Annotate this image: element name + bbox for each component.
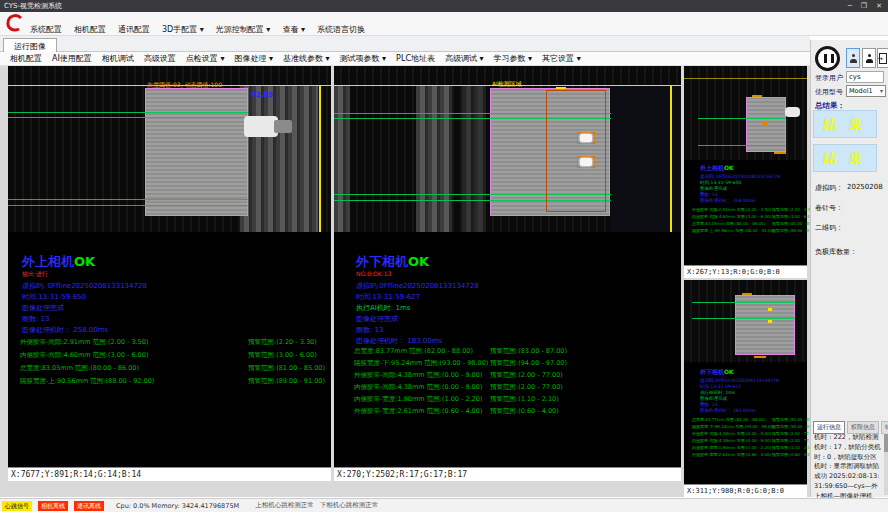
measurement-warn: 预警范围:(89.00 - 91.00) — [248, 377, 325, 386]
toolbar-camera-config[interactable]: 相机配置 — [10, 53, 42, 64]
menu-item-3d-config[interactable]: 3D手配置 ▾ — [162, 24, 204, 35]
left-camera-panel: 灰度阈值:93, 动态阈值:100 F2.88 外上相机OK 输出:进行 虚拟码… — [8, 66, 331, 481]
edge-marker-line — [319, 85, 321, 232]
toolbar-test-params[interactable]: 测试项参数 ▾ — [340, 53, 387, 64]
small-top-pixel-readout: X:267;Y:13;R:0;G:0;B:0 — [684, 265, 807, 278]
defect-highlight — [768, 320, 772, 323]
result-badge-top: 结 果 — [813, 110, 877, 138]
user-manage-button[interactable] — [862, 48, 876, 68]
pause-icon — [831, 54, 834, 63]
measurement-row: 隔膜宽度-上:90.56mm 范围:(88.00 - 92.00) — [20, 377, 154, 386]
toolbar-other-settings[interactable]: 其它设置 ▾ — [542, 53, 581, 64]
process-time-line: 图像处理机时： 183.00ms — [700, 408, 755, 413]
measurement-warn: 预警范围:(2.20 - 3.30) — [248, 338, 317, 347]
exit-button[interactable]: → — [877, 48, 888, 68]
measurement-row: 内侧胶带-宽度:1.90mm 范围:(1.00 - 2.20) — [692, 445, 771, 450]
menu-item-system-config[interactable]: 系统配置 — [30, 24, 62, 35]
toolbar-advanced-debug[interactable]: 高级调试 ▾ — [445, 53, 484, 64]
tab-connector-blob — [244, 116, 278, 137]
measurement-warn: 预警范围:(1.10 - 2.10) — [490, 395, 559, 404]
login-user-label: 登录用户： — [815, 73, 850, 83]
user-icon — [850, 54, 857, 63]
ai-detect-rect — [546, 90, 606, 212]
toolbar-image-processing[interactable]: 图像处理 ▾ — [234, 53, 273, 64]
model-label: 使用型号： — [815, 87, 850, 97]
menu-item-light-config[interactable]: 光源控制配置 ▾ — [216, 24, 271, 35]
process-done-line: 图像处理完成 — [700, 186, 727, 191]
ai-time-line: 执行AI机时: 1ms — [356, 303, 410, 313]
barcode-line: 虚拟码: 0Ffline20250208133134728 — [22, 281, 147, 291]
edge-tick-mark — [754, 356, 766, 358]
camera-result-line: 外上相机OK — [22, 253, 95, 271]
process-done-line: 图像处理完成 — [22, 303, 64, 313]
focus-tag-label: F2.88 — [251, 91, 273, 99]
small-camera-panel-top: 外上相机OK 虚拟码: 0Ffline20250208133134728 时间:… — [684, 66, 807, 278]
minimize-button[interactable]: ─ — [848, 0, 852, 12]
log-scrollbar[interactable] — [884, 433, 888, 495]
maximize-button[interactable]: ❐ — [861, 0, 867, 12]
measure-line — [8, 199, 248, 200]
user-login-button[interactable] — [846, 48, 860, 68]
defect-highlight — [580, 158, 592, 166]
small-camera-image-bottom[interactable] — [684, 280, 807, 362]
menu-item-comm-config[interactable]: 通讯配置 — [118, 24, 150, 35]
pause-button[interactable] — [815, 46, 840, 71]
measure-line — [698, 118, 786, 119]
exit-door-icon: → — [879, 53, 887, 64]
tab-run-image[interactable]: 运行图像 — [3, 38, 57, 52]
edge-tick-mark — [556, 87, 566, 89]
camera-offline-badge: 相机离线 — [38, 501, 68, 511]
turns-line: 圈数: 13 — [700, 402, 718, 407]
camera-result-status: OK — [724, 164, 734, 171]
toolbar-camera-debug[interactable]: 相机调试 — [102, 53, 134, 64]
time-line: 时间:13-31-59-650 — [22, 292, 86, 302]
small-bottom-pixel-readout: X:311;Y:980;R:0;G:0;B:0 — [684, 484, 807, 497]
camera-sub-info: 输出:进行 — [22, 270, 48, 279]
toolbar-ai-config[interactable]: AI使用配置 — [52, 53, 92, 64]
camera-result-status: OK — [724, 368, 734, 375]
close-button[interactable]: ✕ — [876, 0, 882, 12]
camera-name-label: 外下相机 — [356, 254, 408, 269]
pin-number-label: 卷针号： — [815, 203, 843, 213]
toolbar-learning-params[interactable]: 学习参数 ▾ — [494, 53, 533, 64]
login-user-field[interactable]: cys — [846, 71, 884, 83]
measure-line — [692, 318, 795, 319]
measurement-row: 外侧胶带-间隙:4.38mm 范围:(0.00 - 9.00) — [692, 431, 771, 436]
camera-result-status: OK — [74, 254, 95, 269]
measure-line — [8, 112, 248, 113]
middle-pixel-readout: X:270;Y:2502;R:17;G:17;B:17 — [334, 467, 681, 481]
process-time-line: 图像处理机时： 258.00ms — [22, 325, 108, 335]
left-camera-image[interactable]: 灰度阈值:93, 动态阈值:100 F2.88 — [8, 66, 331, 232]
toolbar-spotcheck-settings[interactable]: 点检设置 ▾ — [186, 53, 225, 64]
edge-tick-mark — [774, 152, 786, 154]
menu-item-language-switch[interactable]: 系统语言切换 — [317, 24, 365, 35]
toolbar-advanced-settings[interactable]: 高级设置 — [144, 53, 176, 64]
measurement-row: 隔膜宽度-下:95.24mm 范围:(93.00 - 98.00) — [692, 424, 775, 429]
model-select[interactable]: Model1 ▾ — [846, 85, 886, 97]
ai-time-line: 执行AI机时: 1ms — [700, 390, 735, 395]
toolbar-plc-address-table[interactable]: PLC地址表 — [396, 53, 435, 64]
camera-name-label: 外上相机 — [22, 254, 74, 269]
measurement-warn: 预警范围:(94.00 - 97.00) — [490, 359, 567, 368]
cpu-memory-readout: Cpu: 0.0% Memory: 3424.41796875M — [116, 502, 239, 510]
small-camera-image-top[interactable] — [684, 66, 807, 160]
menu-items: 系统配置 相机配置 通讯配置 3D手配置 ▾ 光源控制配置 ▾ 查看 ▾ 系统语… — [30, 24, 365, 35]
toolbar-baseline-params[interactable]: 基准线参数 ▾ — [283, 53, 330, 64]
chevron-down-icon: ▾ — [880, 87, 883, 94]
separator-region-box — [735, 295, 795, 355]
measure-line — [698, 145, 786, 146]
ai-region-label: AI检测区域 — [492, 80, 522, 89]
threshold-overlay-label: 灰度阈值:93, 动态阈值:100 — [147, 81, 222, 90]
measurement-row: 内侧胶带-间隙:4.38mm 范围:(0.00 - 9.00) — [692, 438, 771, 443]
middle-camera-image[interactable]: AI检测区域 — [334, 66, 681, 232]
menu-item-view[interactable]: 查看 ▾ — [282, 24, 305, 35]
vcode-label: 虚拟码： — [815, 183, 843, 193]
menu-item-camera-config[interactable]: 相机配置 — [74, 24, 106, 35]
time-line: 时间:13-31-59-650 — [700, 180, 741, 185]
app-logo-icon — [5, 13, 25, 37]
measurement-row: 内侧胶带-间隙:4.60mm 范围:(3.00 - 6.00) — [20, 351, 148, 360]
result-badge-bottom: 结 果 — [813, 144, 877, 172]
right-control-panel: → 登录用户： cys 使用型号： Model1 ▾ 总结果： 结 果 结 果 … — [810, 40, 888, 497]
model-value: Model1 — [849, 87, 873, 95]
status-bar: 心跳信号 相机离线 通讯离线 Cpu: 0.0% Memory: 3424.41… — [0, 498, 888, 512]
